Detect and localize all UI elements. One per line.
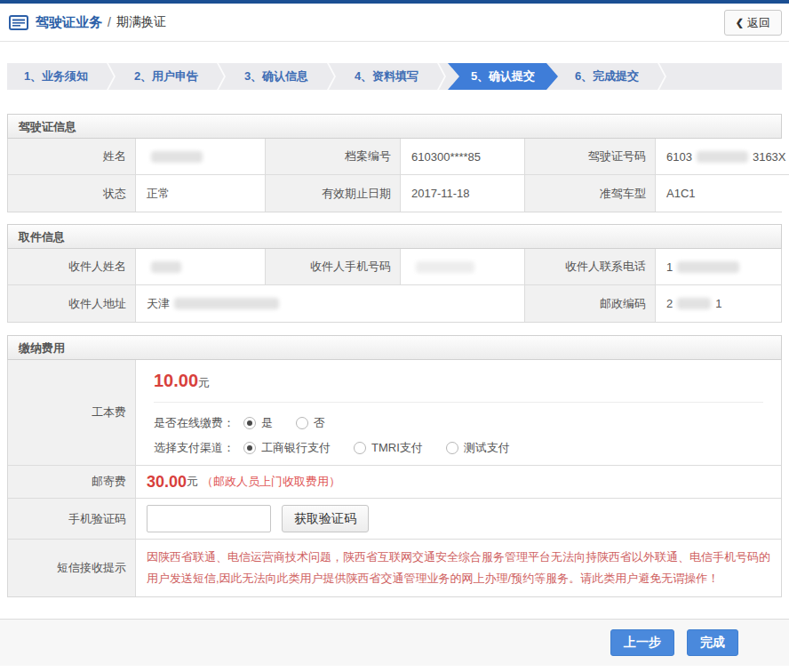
postage-amount: 30.00 (147, 473, 187, 492)
production-fee-amount: 10.00 (154, 371, 198, 390)
radio-unchecked-icon[interactable] (296, 417, 308, 429)
channel-option-icbc[interactable]: 工商银行支付 (243, 440, 331, 456)
online-pay-yes-label: 是 (261, 415, 273, 431)
production-fee-cell: 10.00元 是否在线缴费： 是 否 选择支付渠道： 工商银行支付 (136, 360, 781, 466)
footer-action-bar: 上一步 完成 (0, 619, 789, 666)
step-separator-icon (105, 63, 117, 90)
production-fee-label: 工本费 (8, 360, 136, 466)
chevron-left-icon: ❮ (736, 17, 744, 28)
postcode-prefix: 2 (666, 297, 673, 310)
step-progress-bar: 1、业务须知 2、用户申告 3、确认信息 4、资料填写 5、确认提交 6、完成提… (7, 63, 782, 90)
recipient-name-value (136, 249, 266, 285)
expiry-label: 有效期止日期 (266, 175, 401, 212)
recipient-address-value: 天津 (136, 285, 525, 322)
postcode-value: 2 1 (656, 285, 781, 322)
fee-divider (154, 402, 763, 403)
postage-cell: 30.00元 （邮政人员上门收取费用） (136, 466, 781, 499)
online-pay-option-no[interactable]: 否 (296, 415, 325, 431)
previous-step-button[interactable]: 上一步 (610, 629, 674, 656)
redacted-recipient-address (174, 298, 279, 309)
redacted-license-no (697, 151, 748, 163)
license-no-label: 驾驶证号码 (525, 139, 656, 175)
step-4-fill-data[interactable]: 4、资料填写 (338, 63, 435, 90)
redacted-recipient-mobile (416, 261, 474, 273)
get-code-button[interactable]: 获取验证码 (282, 505, 369, 532)
vehicle-class-label: 准驾车型 (525, 175, 656, 212)
radio-unchecked-icon[interactable] (446, 442, 458, 454)
postcode-suffix: 1 (715, 297, 721, 310)
pickup-info-table: 收件人姓名 收件人手机号码 收件人联系电话 1 收件人地址 天津 邮政编码 2 … (7, 249, 782, 323)
pay-channel-row: 选择支付渠道： 工商银行支付 TMRI支付 测试支付 (154, 440, 763, 456)
recipient-phone-prefix: 1 (666, 260, 673, 274)
recipient-mobile-label: 收件人手机号码 (266, 249, 401, 285)
recipient-mobile-value (401, 249, 525, 285)
fees-table: 工本费 10.00元 是否在线缴费： 是 否 选择支付渠道： (7, 360, 782, 597)
business-card-icon (9, 15, 28, 30)
expiry-value: 2017-11-18 (401, 175, 525, 212)
redacted-name (151, 151, 203, 163)
recipient-address-label: 收件人地址 (8, 285, 136, 322)
production-fee-amount-line: 10.00元 (154, 371, 763, 391)
postage-note: （邮政人员上门收取费用） (202, 474, 340, 490)
step-separator-icon (215, 63, 227, 90)
online-pay-label: 是否在线缴费： (154, 415, 235, 431)
recipient-address-prefix: 天津 (147, 296, 170, 312)
recipient-phone-label: 收件人联系电话 (525, 249, 656, 285)
step-3-confirm-info[interactable]: 3、确认信息 (227, 63, 325, 90)
postcode-label: 邮政编码 (525, 285, 656, 322)
pickup-info-section: 取件信息 收件人姓名 收件人手机号码 收件人联系电话 1 收件人地址 天津 邮政… (7, 224, 782, 323)
sms-code-input[interactable] (147, 505, 271, 532)
breadcrumb-separator: / (108, 15, 111, 29)
sms-code-label: 手机验证码 (8, 499, 136, 540)
file-no-value: 610300****85 (401, 139, 525, 175)
step-5-confirm-submit-active[interactable]: 5、确认提交 (448, 63, 558, 90)
channel-option-tmri[interactable]: TMRI支付 (354, 440, 423, 456)
redacted-recipient-phone (677, 261, 739, 273)
radio-unchecked-icon[interactable] (354, 442, 366, 454)
channel-tmri-label: TMRI支付 (371, 440, 423, 456)
finish-button[interactable]: 完成 (687, 629, 738, 656)
name-label: 姓名 (8, 139, 136, 175)
step-1-business-notice[interactable]: 1、业务须知 (7, 63, 105, 90)
status-value: 正常 (136, 175, 266, 212)
license-section-title: 驾驶证信息 (7, 114, 782, 139)
sms-tip-label: 短信接收提示 (8, 540, 136, 596)
sms-code-cell: 获取验证码 (136, 499, 781, 540)
page-header: 驾驶证业务 / 期满换证 ❮ 返回 (0, 4, 789, 42)
recipient-phone-value: 1 (656, 249, 781, 285)
fees-section-title: 缴纳费用 (7, 335, 782, 360)
step-separator-icon (656, 63, 668, 90)
back-button-label: 返回 (747, 15, 770, 31)
online-pay-option-yes[interactable]: 是 (243, 415, 273, 431)
currency-unit: 元 (198, 376, 210, 389)
back-button[interactable]: ❮ 返回 (724, 10, 782, 36)
page-title: 驾驶证业务 (36, 14, 102, 31)
channel-option-test[interactable]: 测试支付 (446, 440, 510, 456)
step-separator-icon (435, 63, 448, 90)
recipient-name-label: 收件人姓名 (8, 249, 136, 285)
step-6-complete-submit[interactable]: 6、完成提交 (558, 63, 656, 90)
name-value (136, 139, 266, 175)
status-label: 状态 (8, 175, 136, 212)
pickup-section-title: 取件信息 (7, 224, 782, 249)
step-separator-icon (325, 63, 338, 90)
redacted-postcode (677, 298, 711, 309)
license-no-prefix: 6103 (666, 150, 692, 164)
license-no-value: 6103 3163X (656, 139, 789, 175)
file-no-label: 档案编号 (266, 139, 401, 175)
vehicle-class-value: A1C1 (656, 175, 789, 212)
license-info-table: 姓名 档案编号 610300****85 驾驶证号码 6103 3163X 状态… (7, 139, 782, 212)
step-bar-filler (668, 63, 782, 90)
radio-checked-icon[interactable] (243, 417, 256, 429)
radio-checked-icon[interactable] (243, 442, 256, 454)
fees-section: 缴纳费用 工本费 10.00元 是否在线缴费： 是 否 选择支付渠道： (7, 335, 782, 597)
breadcrumb-current: 期满换证 (116, 14, 166, 30)
sms-tip-text: 因陕西省联通、电信运营商技术问题，陕西省互联网交通安全综合服务管理平台无法向持陕… (136, 540, 781, 596)
postage-label: 邮寄费 (8, 466, 136, 499)
step-2-user-declaration[interactable]: 2、用户申告 (117, 63, 215, 90)
online-pay-row: 是否在线缴费： 是 否 (154, 415, 763, 431)
channel-test-label: 测试支付 (464, 440, 510, 456)
currency-unit: 元 (187, 474, 198, 490)
online-pay-no-label: 否 (314, 415, 325, 431)
redacted-recipient-name (151, 261, 181, 273)
